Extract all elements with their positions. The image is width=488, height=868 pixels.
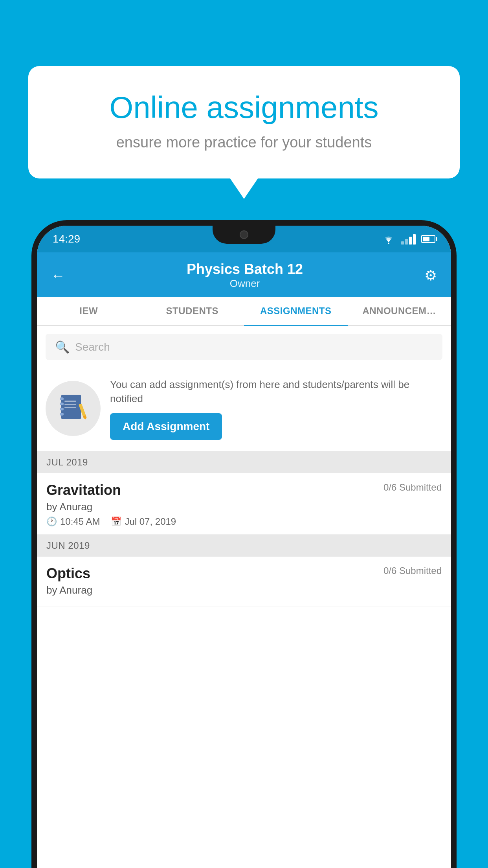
- search-icon: 🔍: [55, 340, 70, 354]
- assignment-meta: 🕐 10:45 AM 📅 Jul 07, 2019: [46, 516, 442, 527]
- section-header-jul: JUL 2019: [37, 451, 451, 473]
- svg-rect-7: [64, 404, 76, 405]
- tab-announcements[interactable]: ANNOUNCEM…: [348, 297, 451, 325]
- content-area: 🔍 Search: [37, 326, 451, 607]
- svg-rect-5: [60, 413, 64, 416]
- calendar-icon: 📅: [111, 517, 121, 527]
- svg-rect-2: [60, 397, 64, 400]
- battery-icon: [421, 235, 435, 243]
- tabs-bar: IEW STUDENTS ASSIGNMENTS ANNOUNCEM…: [37, 297, 451, 326]
- assignment-author-optics: by Anurag: [46, 584, 442, 596]
- app-header: ← Physics Batch 12 Owner ⚙: [37, 252, 451, 297]
- section-header-jun: JUN 2019: [37, 535, 451, 557]
- add-assignment-button[interactable]: Add Assignment: [110, 413, 222, 440]
- page-title: Physics Batch 12: [187, 261, 303, 278]
- assignment-time: 🕐 10:45 AM: [46, 516, 100, 527]
- assignment-submitted: 0/6 Submitted: [383, 482, 442, 493]
- page-subtitle: Owner: [187, 278, 303, 290]
- tab-iew[interactable]: IEW: [37, 297, 141, 325]
- speech-bubble-card: Online assignments ensure more practice …: [28, 66, 460, 178]
- assignment-submitted-optics: 0/6 Submitted: [383, 565, 442, 576]
- svg-rect-8: [64, 407, 76, 408]
- speech-bubble-subtitle: ensure more practice for your students: [57, 134, 431, 151]
- svg-rect-4: [60, 408, 64, 410]
- clock-icon: 🕐: [46, 517, 57, 527]
- tab-assignments[interactable]: ASSIGNMENTS: [244, 297, 348, 325]
- phone-frame: 14:29 ←: [31, 220, 457, 868]
- search-bar[interactable]: 🔍 Search: [46, 334, 442, 360]
- assignment-date: 📅 Jul 07, 2019: [111, 516, 176, 527]
- signal-icon: [401, 234, 416, 245]
- notebook-icon: [57, 393, 89, 424]
- phone-screen: 14:29 ←: [37, 226, 451, 868]
- assignment-name: Gravitation: [46, 482, 121, 498]
- add-assignment-right: You can add assignment(s) from here and …: [110, 377, 442, 440]
- status-time: 14:29: [53, 233, 80, 245]
- phone-notch: [213, 226, 275, 244]
- header-title-area: Physics Batch 12 Owner: [187, 261, 303, 290]
- assignment-author: by Anurag: [46, 501, 442, 513]
- front-camera: [240, 230, 248, 239]
- speech-bubble-title: Online assignments: [57, 90, 431, 125]
- assignment-icon-circle: [46, 381, 101, 436]
- add-assignment-prompt: You can add assignment(s) from here and …: [37, 366, 451, 451]
- assignment-item-optics[interactable]: Optics 0/6 Submitted by Anurag: [37, 557, 451, 607]
- assignment-item-gravitation[interactable]: Gravitation 0/6 Submitted by Anurag 🕐 10…: [37, 473, 451, 535]
- add-assignment-description: You can add assignment(s) from here and …: [110, 377, 442, 406]
- svg-rect-6: [64, 401, 76, 402]
- back-button[interactable]: ←: [51, 267, 65, 284]
- assignment-name-optics: Optics: [46, 565, 90, 582]
- search-placeholder: Search: [75, 341, 110, 353]
- status-icons: [382, 234, 435, 245]
- tab-students[interactable]: STUDENTS: [141, 297, 244, 325]
- settings-icon[interactable]: ⚙: [424, 267, 437, 284]
- svg-rect-3: [60, 403, 64, 405]
- svg-point-0: [388, 243, 389, 244]
- wifi-icon: [382, 234, 396, 245]
